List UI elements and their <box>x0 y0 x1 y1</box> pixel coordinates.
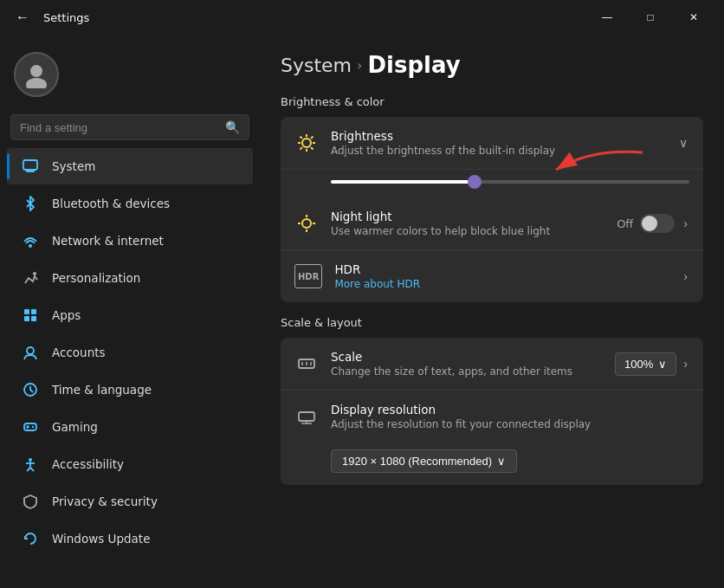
hdr-action: › <box>682 268 689 285</box>
nav-label-personalization: Personalization <box>52 271 140 285</box>
search-input[interactable] <box>20 121 218 134</box>
svg-rect-7 <box>24 309 29 314</box>
hdr-label: HDR <box>334 262 669 276</box>
brightness-slider-thumb[interactable] <box>468 175 482 189</box>
title-bar-left: ← Settings <box>10 8 89 27</box>
nav-icon-apps <box>21 306 40 325</box>
svg-rect-8 <box>31 309 36 314</box>
hdr-text: HDR More about HDR <box>334 262 669 290</box>
sidebar-item-accounts[interactable]: Accounts <box>7 334 253 371</box>
scale-action: 100% ∨ › <box>615 352 689 376</box>
nav-icon-personalization <box>21 268 40 288</box>
brightness-section: Brightness & color <box>281 95 703 302</box>
resolution-dropdown-btn[interactable]: 1920 × 1080 (Recommended) ∨ <box>331 449 517 473</box>
close-button[interactable]: ✕ <box>674 3 714 31</box>
svg-rect-10 <box>31 316 36 321</box>
hdr-subtitle: More about HDR <box>334 278 669 290</box>
search-box[interactable]: 🔍 <box>10 114 249 140</box>
avatar[interactable] <box>14 52 59 97</box>
breadcrumb: System › Display <box>281 52 703 78</box>
svg-point-1 <box>26 78 47 88</box>
nightlight-toggle-label: Off <box>617 217 633 230</box>
scale-dropdown-btn[interactable]: 100% ∨ <box>615 352 676 376</box>
sidebar-item-system[interactable]: System <box>7 148 253 184</box>
hdr-chevron[interactable]: › <box>682 268 689 285</box>
app-title: Settings <box>43 11 89 24</box>
sidebar-item-update[interactable]: Windows Update <box>7 520 253 557</box>
svg-line-20 <box>27 468 30 471</box>
brightness-section-title: Brightness & color <box>281 95 703 108</box>
sidebar-item-bluetooth[interactable]: Bluetooth & devices <box>7 185 253 222</box>
scale-section-title: Scale & layout <box>281 316 703 329</box>
main-layout: 🔍 SystemBluetooth & devicesNetwork & int… <box>0 35 724 588</box>
content-area: System › Display Brightness & color <box>260 35 724 588</box>
back-button[interactable]: ← <box>10 8 35 27</box>
nightlight-row: Night light Use warmer colors to help bl… <box>281 197 703 250</box>
minimize-button[interactable]: — <box>587 3 627 31</box>
nav-icon-privacy <box>21 492 40 511</box>
brightness-icon <box>294 131 319 155</box>
nav-label-bluetooth: Bluetooth & devices <box>52 197 170 210</box>
svg-rect-41 <box>299 412 314 421</box>
scale-chevron[interactable]: › <box>682 355 689 372</box>
sidebar-item-time[interactable]: Time & language <box>7 372 253 408</box>
scale-row: Scale Change the size of text, apps, and… <box>281 338 703 391</box>
hdr-row: HDR HDR More about HDR › <box>281 250 703 302</box>
search-icon: 🔍 <box>225 120 240 134</box>
nav-icon-accounts <box>21 343 40 362</box>
nav-icon-bluetooth <box>21 194 40 213</box>
nav-label-accounts: Accounts <box>52 346 106 359</box>
brightness-slider-fill <box>331 180 475 184</box>
nav-icon-network <box>21 231 40 250</box>
svg-point-6 <box>33 272 36 275</box>
nav-icon-gaming <box>21 417 40 436</box>
svg-point-17 <box>29 458 32 462</box>
sidebar-item-network[interactable]: Network & internet <box>7 223 253 259</box>
sidebar-item-apps[interactable]: Apps <box>7 297 253 333</box>
brightness-slider-area <box>281 170 703 197</box>
brightness-row: Brightness Adjust the brightness of the … <box>281 117 703 170</box>
nav-label-system: System <box>52 159 95 173</box>
nightlight-toggle[interactable] <box>640 214 675 233</box>
scale-section: Scale & layout Scale Change the <box>281 316 703 485</box>
nav-items: SystemBluetooth & devicesNetwork & inter… <box>0 147 260 558</box>
window-controls: — □ ✕ <box>587 3 714 31</box>
brightness-card: Brightness Adjust the brightness of the … <box>281 117 703 302</box>
resolution-text: Display resolution Adjust the resolution… <box>331 403 689 430</box>
nightlight-chevron[interactable]: › <box>682 215 689 232</box>
nav-label-network: Network & internet <box>52 234 164 248</box>
nightlight-toggle-knob <box>642 216 657 231</box>
nav-label-update: Windows Update <box>52 532 150 546</box>
resolution-subtitle: Adjust the resolution to fit your connec… <box>331 418 689 430</box>
breadcrumb-parent: System <box>281 55 352 76</box>
breadcrumb-current: Display <box>367 52 460 78</box>
resolution-label: Display resolution <box>331 403 689 417</box>
nightlight-icon <box>294 211 319 236</box>
sidebar-item-gaming[interactable]: Gaming <box>7 409 253 445</box>
nightlight-action: Off › <box>617 214 689 233</box>
sidebar-item-accessibility[interactable]: Accessibility <box>7 446 253 482</box>
svg-line-30 <box>301 147 302 149</box>
brightness-slider-track[interactable] <box>331 180 689 184</box>
resolution-icon <box>294 404 319 429</box>
sidebar-item-personalization[interactable]: Personalization <box>7 260 253 296</box>
avatar-section[interactable] <box>0 42 260 111</box>
scale-card: Scale Change the size of text, apps, and… <box>281 338 703 485</box>
brightness-chevron[interactable]: ∨ <box>677 134 689 152</box>
maximize-button[interactable]: □ <box>630 3 670 31</box>
nav-icon-system <box>21 157 40 176</box>
hdr-icon: HDR <box>294 264 322 288</box>
svg-rect-2 <box>23 160 37 170</box>
sidebar-item-privacy[interactable]: Privacy & security <box>7 483 253 520</box>
scale-text: Scale Change the size of text, apps, and… <box>331 350 603 378</box>
svg-point-5 <box>29 244 32 248</box>
svg-point-16 <box>32 426 34 428</box>
svg-line-28 <box>311 147 313 149</box>
scale-icon <box>294 352 319 376</box>
resolution-dropdown-arrow: ∨ <box>497 455 506 468</box>
nightlight-label: Night light <box>331 210 604 223</box>
brightness-action: ∨ <box>677 134 689 152</box>
nav-label-apps: Apps <box>52 308 81 322</box>
scale-label: Scale <box>331 350 603 364</box>
nav-icon-accessibility <box>21 455 40 474</box>
